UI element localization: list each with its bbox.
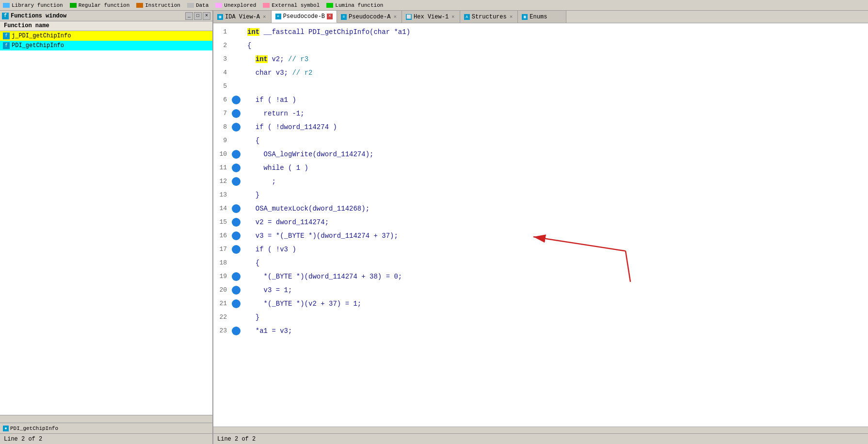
tab-pseudob-close[interactable]: ×: [327, 14, 333, 19]
bottom-func-icon: ✱: [3, 426, 9, 431]
code-line[interactable]: 16 v3 = *(_BYTE *)(dword_114274 + 37);: [213, 229, 868, 243]
breakpoint-dot[interactable]: [232, 327, 241, 335]
code-line[interactable]: 11 while ( 1 ): [213, 161, 868, 175]
code-line[interactable]: 6 if ( !a1 ): [213, 93, 868, 107]
code-line[interactable]: 7 return -1;: [213, 107, 868, 120]
line-number: 14: [213, 202, 232, 215]
tab-pseudoa-label: Pseudocode-A: [349, 14, 390, 20]
code-line[interactable]: 15 v2 = dword_114274;: [213, 215, 868, 229]
breakpoint-dot[interactable]: [232, 109, 241, 118]
code-line[interactable]: 5: [213, 80, 868, 93]
legend-external-label: External symbol: [272, 2, 320, 8]
code-status-bar: Line 2 of 2: [213, 433, 868, 444]
code-line[interactable]: 9 {: [213, 134, 868, 148]
line-number: 17: [213, 243, 232, 256]
legend-regular-color: [70, 3, 77, 8]
panel-restore-btn[interactable]: □: [194, 12, 202, 20]
code-content: v2 = dword_114274;: [243, 216, 868, 229]
panel-controls: _ □ ×: [185, 12, 210, 20]
code-line[interactable]: 19 *(_BYTE *)(dword_114274 + 38) = 0;: [213, 270, 868, 283]
legend-unexplored-label: Unexplored: [224, 2, 256, 8]
tab-pseudocode-b[interactable]: ≡ Pseudocode-B ×: [272, 11, 337, 23]
functions-status-text: Line 2 of 2: [4, 436, 42, 443]
legend-data-color: [187, 3, 194, 8]
breakpoint-dot[interactable]: [232, 272, 241, 281]
code-line[interactable]: 17 if ( !v3 ): [213, 243, 868, 256]
code-line[interactable]: 23 *a1 = v3;: [213, 324, 868, 338]
legend-data-label: Data: [196, 2, 209, 8]
code-line[interactable]: 2{: [213, 39, 868, 52]
panel-minimize-btn[interactable]: _: [185, 12, 193, 20]
code-line[interactable]: 21 *(_BYTE *)(v2 + 37) = 1;: [213, 297, 868, 311]
breakpoint-empty: [232, 259, 241, 267]
tab-pseudob-icon: ≡: [275, 14, 281, 19]
code-line[interactable]: 3 int v2; // r3: [213, 52, 868, 66]
tab-structures[interactable]: A Structures ×: [460, 11, 518, 23]
function-item-pdi[interactable]: f PDI_getChipInfo: [0, 41, 212, 50]
breakpoint-dot[interactable]: [232, 218, 241, 227]
code-line[interactable]: 8 if ( !dword_114274 ): [213, 120, 868, 134]
legend-library-color: [3, 3, 10, 8]
functions-bottom-bar: ✱ PDI_getChipInfo: [0, 423, 212, 433]
code-line[interactable]: 10 OSA_logWrite(dword_114274);: [213, 148, 868, 161]
bottom-func-name: PDI_getChipInfo: [10, 426, 58, 431]
line-number: 6: [213, 94, 232, 106]
code-line[interactable]: 4 char v3; // r2: [213, 66, 868, 80]
code-content: *a1 = v3;: [243, 325, 868, 337]
breakpoint-dot[interactable]: [232, 150, 241, 159]
code-line[interactable]: 20 v3 = 1;: [213, 283, 868, 297]
tab-pseudoa-icon: ≡: [341, 14, 347, 20]
line-number: 15: [213, 216, 232, 229]
horizontal-scrollbar[interactable]: [213, 427, 868, 433]
func-name-pdi: PDI_getChipInfo: [12, 42, 64, 49]
column-header: Function name: [0, 21, 212, 31]
breakpoint-dot[interactable]: [232, 299, 241, 308]
line-number: 11: [213, 162, 232, 174]
code-line[interactable]: 18 {: [213, 256, 868, 270]
line-number: 1: [213, 26, 232, 38]
functions-status-bar: Line 2 of 2: [0, 433, 212, 444]
tab-ida-view[interactable]: ▦ IDA View-A ×: [213, 11, 272, 23]
legend-unexplored: Unexplored: [215, 2, 256, 8]
breakpoint-dot[interactable]: [232, 245, 241, 254]
legend-unexplored-color: [215, 3, 222, 8]
code-line[interactable]: 1int __fastcall PDI_getChipInfo(char *a1…: [213, 25, 868, 39]
line-number: 12: [213, 175, 232, 188]
tab-pseudoa-close[interactable]: ×: [392, 14, 398, 20]
code-content: char v3; // r2: [243, 66, 868, 79]
breakpoint-dot[interactable]: [232, 204, 241, 213]
tab-bar[interactable]: ▦ IDA View-A × ≡ Pseudocode-B × ≡ Pseudo…: [213, 11, 868, 23]
code-area[interactable]: 1int __fastcall PDI_getChipInfo(char *a1…: [213, 23, 868, 340]
breakpoint-empty: [232, 41, 241, 50]
code-line[interactable]: 12 ;: [213, 175, 868, 188]
functions-list[interactable]: f j_PDI_getChipInfo f PDI_getChipInfo: [0, 31, 212, 415]
tab-struct-icon: A: [464, 14, 470, 20]
breakpoint-dot[interactable]: [232, 164, 241, 172]
tab-enums[interactable]: ▦ Enums: [518, 11, 566, 23]
breakpoint-dot[interactable]: [232, 231, 241, 240]
breakpoint-dot[interactable]: [232, 286, 241, 295]
tab-enums-label: Enums: [530, 14, 547, 20]
breakpoint-dot[interactable]: [232, 123, 241, 132]
panel-close-btn[interactable]: ×: [203, 12, 210, 20]
tab-hex-view[interactable]: ⬜ Hex View-1 ×: [402, 11, 460, 23]
functions-scrollbar[interactable]: [0, 415, 212, 423]
code-status-text: Line 2 of 2: [217, 436, 256, 443]
code-content: *(_BYTE *)(v2 + 37) = 1;: [243, 297, 868, 310]
breakpoint-dot[interactable]: [232, 96, 241, 104]
tab-pseudocode-a[interactable]: ≡ Pseudocode-A ×: [337, 11, 402, 23]
tab-ida-close[interactable]: ×: [262, 14, 267, 20]
functions-panel: f Functions window _ □ × Function name f…: [0, 11, 213, 444]
tab-hex-close[interactable]: ×: [450, 14, 456, 20]
legend-library: Library function: [3, 2, 63, 8]
breakpoint-dot[interactable]: [232, 177, 241, 186]
tab-struct-close[interactable]: ×: [509, 14, 514, 20]
code-line[interactable]: 13 }: [213, 188, 868, 202]
legend-lumina-color: [326, 3, 333, 8]
legend-lumina-label: Lumina function: [335, 2, 383, 8]
code-line[interactable]: 14 OSA_mutexLock(dword_114268);: [213, 202, 868, 215]
code-line[interactable]: 22 }: [213, 311, 868, 324]
panel-titlebar: f Functions window _ □ ×: [0, 11, 212, 21]
line-number: 19: [213, 270, 232, 283]
function-item-j-pdi[interactable]: f j_PDI_getChipInfo: [0, 31, 212, 41]
